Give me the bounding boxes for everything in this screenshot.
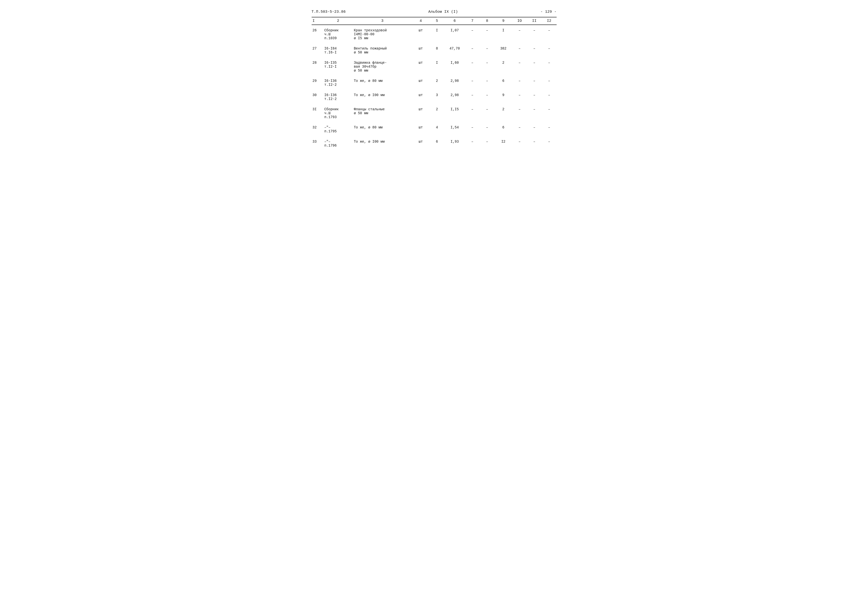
cell-1-1: 26: [312, 25, 323, 41]
cell-2-6: 47,70: [445, 43, 465, 55]
cell-3-4: шт: [412, 57, 429, 73]
table-header-row: I 2 3 4 5 6 7 8 9 IO II I2: [312, 17, 556, 25]
cell-6-10: –: [512, 104, 527, 120]
cell-1-12: –: [542, 25, 556, 41]
table-row: 3IСборник ч.Ш п.1793Фланцы стальные ø 50…: [312, 104, 556, 120]
cell-2-1: 27: [312, 43, 323, 55]
cell-7-3: То же, ø 80 мм: [353, 122, 412, 134]
cell-3-9: 2: [494, 57, 512, 73]
cell-1-8: –: [480, 25, 494, 41]
cell-5-2: I6-I36 т.I2-2: [323, 90, 353, 102]
doc-number: Т.П.503-5-23.86: [312, 10, 346, 14]
cell-5-6: 2,98: [445, 90, 465, 102]
cell-6-3: Фланцы стальные ø 50 мм: [353, 104, 412, 120]
cell-2-8: –: [480, 43, 494, 55]
cell-4-4: шт: [412, 76, 429, 88]
col-header-5: 5: [429, 17, 444, 25]
cell-4-3: То же, ø 80 мм: [353, 76, 412, 88]
cell-5-10: –: [512, 90, 527, 102]
cell-5-9: 9: [494, 90, 512, 102]
cell-1-10: –: [512, 25, 527, 41]
table-row: 30I6-I36 т.I2-2То же, ø I00 ммшт32,98––9…: [312, 90, 556, 102]
col-header-4: 4: [412, 17, 429, 25]
cell-2-4: шт: [412, 43, 429, 55]
cell-2-12: –: [542, 43, 556, 55]
cell-1-5: I: [429, 25, 444, 41]
cell-8-3: То же, ø I00 мм: [353, 136, 412, 149]
cell-7-1: 32: [312, 122, 323, 134]
cell-1-3: Кран трехходовой I4МI-00-00 ø I5 мм: [353, 25, 412, 41]
spacer-row: [312, 134, 556, 136]
cell-4-9: 6: [494, 76, 512, 88]
cell-2-5: 8: [429, 43, 444, 55]
cell-4-7: –: [465, 76, 480, 88]
cell-3-3: Задвижка фланце- вая 30ч47бр ø 50 мм: [353, 57, 412, 73]
cell-5-12: –: [542, 90, 556, 102]
cell-5-11: –: [527, 90, 542, 102]
cell-2-9: 382: [494, 43, 512, 55]
cell-6-2: Сборник ч.Ш п.1793: [323, 104, 353, 120]
spacer-row: [312, 120, 556, 122]
cell-8-6: I,93: [445, 136, 465, 149]
cell-8-10: –: [512, 136, 527, 149]
col-header-12: I2: [542, 17, 556, 25]
cell-2-10: –: [512, 43, 527, 55]
cell-3-2: I6-I35 т.I2-I: [323, 57, 353, 73]
cell-8-7: –: [465, 136, 480, 149]
cell-8-8: –: [480, 136, 494, 149]
cell-4-11: –: [527, 76, 542, 88]
spacer-row: [312, 88, 556, 90]
col-header-3: 3: [353, 17, 412, 25]
cell-6-12: –: [542, 104, 556, 120]
col-header-8: 8: [480, 17, 494, 25]
main-table: I 2 3 4 5 6 7 8 9 IO II I2 26Сборник ч.Ш…: [312, 17, 556, 149]
col-header-9: 9: [494, 17, 512, 25]
spacer-row: [312, 102, 556, 104]
cell-1-11: –: [527, 25, 542, 41]
cell-1-2: Сборник ч.Ш п.1039: [323, 25, 353, 41]
cell-7-10: –: [512, 122, 527, 134]
cell-8-4: шт: [412, 136, 429, 149]
cell-6-7: –: [465, 104, 480, 120]
cell-7-7: –: [465, 122, 480, 134]
page-header: Т.П.503-5-23.86 Альбом IX (I) - 129 -: [312, 10, 556, 15]
cell-3-1: 28: [312, 57, 323, 73]
cell-5-4: шт: [412, 90, 429, 102]
spacer-row: [312, 73, 556, 76]
cell-6-6: I,I5: [445, 104, 465, 120]
table-row: 28I6-I35 т.I2-IЗадвижка фланце- вая 30ч4…: [312, 57, 556, 73]
cell-7-8: –: [480, 122, 494, 134]
album-info: Альбом IX (I): [428, 10, 458, 14]
cell-1-9: I: [494, 25, 512, 41]
cell-3-10: –: [512, 57, 527, 73]
cell-8-5: 6: [429, 136, 444, 149]
table-row: 29I6-I36 т.I2-2То же, ø 80 ммшт22,98––6–…: [312, 76, 556, 88]
cell-7-6: I,54: [445, 122, 465, 134]
table-row: 27I6-I84 т.I6-IВентиль пожарный ø 50 ммш…: [312, 43, 556, 55]
cell-8-12: –: [542, 136, 556, 149]
cell-4-12: –: [542, 76, 556, 88]
spacer-row: [312, 41, 556, 43]
cell-6-4: шт: [412, 104, 429, 120]
cell-1-4: шт: [412, 25, 429, 41]
cell-4-5: 2: [429, 76, 444, 88]
cell-6-11: –: [527, 104, 542, 120]
cell-7-4: шт: [412, 122, 429, 134]
cell-5-1: 30: [312, 90, 323, 102]
table-row: 32–"– п.1795То же, ø 80 ммшт4I,54––6–––: [312, 122, 556, 134]
table-row: 33–"– п.1796То же, ø I00 ммшт6I,93––I2––…: [312, 136, 556, 149]
col-header-11: II: [527, 17, 542, 25]
cell-4-2: I6-I36 т.I2-2: [323, 76, 353, 88]
cell-3-11: –: [527, 57, 542, 73]
cell-5-3: То же, ø I00 мм: [353, 90, 412, 102]
cell-3-7: –: [465, 57, 480, 73]
cell-4-6: 2,98: [445, 76, 465, 88]
cell-6-9: 2: [494, 104, 512, 120]
cell-4-8: –: [480, 76, 494, 88]
cell-5-5: 3: [429, 90, 444, 102]
page-number: - 129 -: [541, 10, 556, 14]
cell-7-5: 4: [429, 122, 444, 134]
cell-2-11: –: [527, 43, 542, 55]
cell-1-7: –: [465, 25, 480, 41]
col-header-2: 2: [323, 17, 353, 25]
